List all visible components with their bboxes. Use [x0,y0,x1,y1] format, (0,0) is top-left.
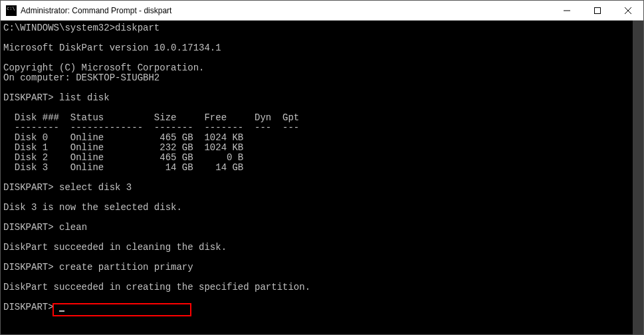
output-message: Disk 3 is now the selected disk. [3,202,182,213]
copyright-line: Copyright (C) Microsoft Corporation. [3,62,204,73]
window-controls [552,1,643,20]
diskpart-prompt: DISKPART> [3,222,54,233]
table-divider: -------- ------------- ------- ------- -… [3,122,299,133]
output-message: DiskPart succeeded in creating the speci… [3,282,310,292]
diskpart-prompt: DISKPART> [3,182,54,193]
command-prompt-window: Administrator: Command Prompt - diskpart… [0,0,644,335]
terminal-output[interactable]: C:\WINDOWS\system32>diskpart Microsoft D… [1,21,643,334]
version-line: Microsoft DiskPart version 10.0.17134.1 [3,43,221,53]
command-text: diskpart [115,23,160,33]
svg-rect-1 [595,7,601,13]
cursor [59,310,64,312]
close-button[interactable] [613,1,643,20]
maximize-button[interactable] [582,1,613,20]
highlight-annotation [53,303,191,316]
diskpart-prompt: DISKPART> [3,262,54,273]
command-text: clean [59,222,87,233]
table-row: Disk 3 Online 14 GB 14 GB [3,162,243,173]
computer-line: On computer: DESKTOP-SIUGBH2 [3,72,160,83]
diskpart-prompt: DISKPART> [3,92,54,103]
table-header: Disk ### Status Size Free Dyn Gpt [3,112,299,123]
table-row: Disk 0 Online 465 GB 1024 KB [3,132,243,143]
prompt-path: C:\WINDOWS\system32> [3,23,115,33]
command-text: list disk [59,92,110,103]
diskpart-prompt: DISKPART> [3,302,54,312]
command-text: create partition primary [59,262,193,273]
titlebar[interactable]: Administrator: Command Prompt - diskpart [1,1,643,21]
table-row: Disk 2 Online 465 GB 0 B [3,152,243,163]
cmd-icon [6,5,17,16]
command-text: select disk 3 [59,182,132,193]
minimize-button[interactable] [552,1,582,20]
table-row: Disk 1 Online 232 GB 1024 KB [3,142,243,153]
scrollbar-thumb[interactable] [633,21,643,334]
scrollbar-track[interactable] [633,21,643,334]
output-message: DiskPart succeeded in cleaning the disk. [3,242,227,253]
window-title: Administrator: Command Prompt - diskpart [21,6,552,15]
